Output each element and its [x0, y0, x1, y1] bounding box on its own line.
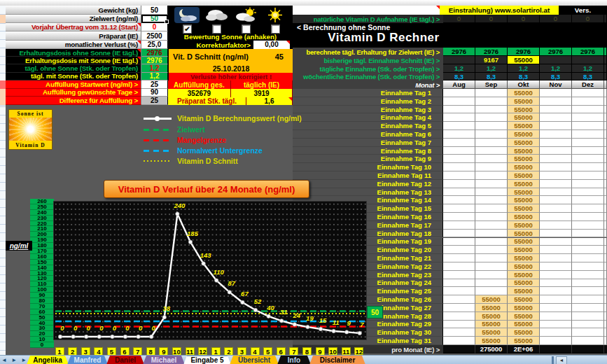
- day-cell-Nov-24[interactable]: [540, 279, 572, 288]
- day-cell-Aug-31[interactable]: [443, 337, 475, 345]
- day-cell-Sep-21[interactable]: [475, 254, 508, 262]
- day-cell-Nov-16[interactable]: [540, 213, 572, 221]
- day-cell-Dez-25[interactable]: [572, 287, 604, 295]
- day-cell-Dez-6[interactable]: [572, 130, 604, 139]
- day-cell-Aug-20[interactable]: [443, 246, 475, 254]
- praeparat-stk-value[interactable]: 1,6: [246, 97, 293, 105]
- korrekturfaktor-value-cell[interactable]: 0,00: [253, 41, 290, 49]
- day-cell-Okt-5[interactable]: 55000: [508, 122, 540, 130]
- cell-value[interactable]: 2500: [141, 31, 168, 41]
- day-cell-Aug-16[interactable]: [443, 213, 475, 221]
- day-cell-Nov-10[interactable]: [540, 163, 572, 172]
- day-cell-Sep-20[interactable]: [475, 246, 508, 254]
- tab-disclaimer[interactable]: Disclaimer: [309, 356, 365, 364]
- day-cell-Dez-31[interactable]: [572, 337, 604, 345]
- day-cell-Nov-18[interactable]: [540, 230, 572, 238]
- tab-manfred[interactable]: Manfred: [67, 356, 108, 364]
- day-cell-Nov-7[interactable]: [540, 139, 572, 147]
- day-cell-Sep-25[interactable]: [475, 287, 508, 295]
- day-cell-Dez-7[interactable]: [572, 139, 604, 147]
- day-cell-Dez-26[interactable]: [572, 295, 604, 304]
- cell-value[interactable]: 90: [141, 89, 168, 97]
- day-cell-Sep-19[interactable]: [475, 238, 508, 246]
- day-cell-Sep-17[interactable]: [475, 221, 508, 230]
- day-cell-Aug-14[interactable]: [443, 196, 475, 204]
- day-cell-Dez-20[interactable]: [572, 246, 604, 254]
- day-cell-Nov-25[interactable]: [540, 287, 572, 295]
- cell-value[interactable]: 2976: [141, 49, 168, 57]
- day-cell-Sep-30[interactable]: 55000: [475, 328, 508, 337]
- cell-bisherige-3[interactable]: [540, 56, 572, 64]
- cell-value[interactable]: 1,2: [141, 64, 168, 73]
- day-cell-Nov-8[interactable]: [540, 147, 572, 155]
- cell-taegliche-2[interactable]: 1,2: [508, 64, 540, 73]
- day-cell-Okt-20[interactable]: 55000: [508, 246, 540, 254]
- cell-berechnete-0[interactable]: 2976: [443, 48, 475, 56]
- day-cell-Sep-11[interactable]: [475, 172, 508, 180]
- day-cell-Okt-14[interactable]: 55000: [508, 196, 540, 204]
- day-cell-Okt-9[interactable]: 55000: [508, 155, 540, 163]
- tab-daniel[interactable]: Daniel: [106, 356, 144, 364]
- einstrahlung-solartirol-cell[interactable]: Einstrahlung) www.solartirol.at: [440, 6, 559, 15]
- day-cell-Dez-10[interactable]: [572, 163, 604, 172]
- day-cell-Sep-16[interactable]: [475, 213, 508, 221]
- day-cell-Nov-23[interactable]: [540, 271, 572, 279]
- day-cell-Nov-28[interactable]: [540, 312, 572, 321]
- cell-natuerliche-3[interactable]: 0: [540, 15, 572, 23]
- day-cell-Aug-22[interactable]: [443, 262, 475, 271]
- cell-woechentliche-0[interactable]: 8,3: [443, 73, 475, 80]
- tab-übersicht[interactable]: Übersicht: [230, 356, 279, 364]
- tab-eingabe-5[interactable]: Eingabe 5: [183, 356, 231, 364]
- day-cell-Dez-24[interactable]: [572, 279, 604, 288]
- cell-value[interactable]: 1,2: [141, 73, 168, 81]
- day-cell-Dez-29[interactable]: [572, 321, 604, 329]
- day-cell-Dez-28[interactable]: [572, 312, 604, 321]
- day-cell-Okt-15[interactable]: 55000: [508, 204, 540, 213]
- tab-info[interactable]: Info: [277, 356, 311, 364]
- day-cell-Sep-31[interactable]: 55000: [475, 337, 508, 345]
- day-cell-Aug-5[interactable]: [443, 122, 475, 130]
- day-cell-Dez-5[interactable]: [572, 122, 604, 130]
- day-cell-Dez-12[interactable]: [572, 180, 604, 188]
- day-cell-Okt-1[interactable]: 55000: [508, 89, 540, 97]
- day-cell-Sep-6[interactable]: [475, 130, 508, 139]
- day-cell-Sep-12[interactable]: [475, 180, 508, 188]
- tab-angelika[interactable]: Angelika: [27, 356, 69, 364]
- day-cell-Nov-15[interactable]: [540, 204, 572, 213]
- day-cell-Okt-8[interactable]: 55000: [508, 147, 540, 155]
- day-cell-Sep-10[interactable]: [475, 163, 508, 172]
- day-cell-Nov-5[interactable]: [540, 122, 572, 130]
- day-cell-Aug-13[interactable]: [443, 188, 475, 197]
- cell-bisherige-0[interactable]: [443, 56, 475, 64]
- day-cell-Okt-19[interactable]: 55000: [508, 238, 540, 246]
- day-cell-Aug-19[interactable]: [443, 238, 475, 246]
- day-cell-Aug-23[interactable]: [443, 271, 475, 279]
- cell-woechentliche-1[interactable]: 8,3: [475, 73, 508, 80]
- tab-michael[interactable]: Michael: [143, 356, 185, 364]
- cell-natuerliche-1[interactable]: 0: [475, 15, 508, 23]
- day-cell-Nov-6[interactable]: [540, 130, 572, 139]
- day-cell-Sep-18[interactable]: [475, 230, 508, 238]
- cell-taegliche-4[interactable]: 1,2: [572, 64, 604, 73]
- cell-woechentliche-2[interactable]: 8,3: [508, 73, 540, 80]
- day-cell-Sep-15[interactable]: [475, 204, 508, 213]
- cell-berechnete-2[interactable]: 2976: [508, 48, 540, 56]
- day-cell-Aug-12[interactable]: [443, 180, 475, 188]
- day-cell-Okt-6[interactable]: 55000: [508, 130, 540, 139]
- day-cell-Aug-2[interactable]: [443, 97, 475, 106]
- day-cell-Dez-22[interactable]: [572, 262, 604, 271]
- day-cell-Aug-26[interactable]: [443, 295, 475, 304]
- day-cell-Nov-22[interactable]: [540, 262, 572, 271]
- cell-bisherige-2[interactable]: 55000: [508, 56, 540, 64]
- day-cell-Nov-29[interactable]: [540, 321, 572, 329]
- cell-taegliche-0[interactable]: 1,2: [443, 64, 475, 73]
- day-cell-Okt-25[interactable]: 55000: [508, 287, 540, 295]
- day-cell-Nov-31[interactable]: [540, 337, 572, 345]
- day-cell-Okt-30[interactable]: 55000: [508, 328, 540, 337]
- tab-split-handle[interactable]: [552, 356, 554, 364]
- month-header-Okt[interactable]: Okt: [508, 80, 540, 89]
- day-cell-Sep-26[interactable]: 55000: [475, 295, 508, 304]
- cell-natuerliche-0[interactable]: 0: [443, 15, 475, 23]
- day-cell-Nov-12[interactable]: [540, 180, 572, 188]
- day-cell-Dez-9[interactable]: [572, 155, 604, 163]
